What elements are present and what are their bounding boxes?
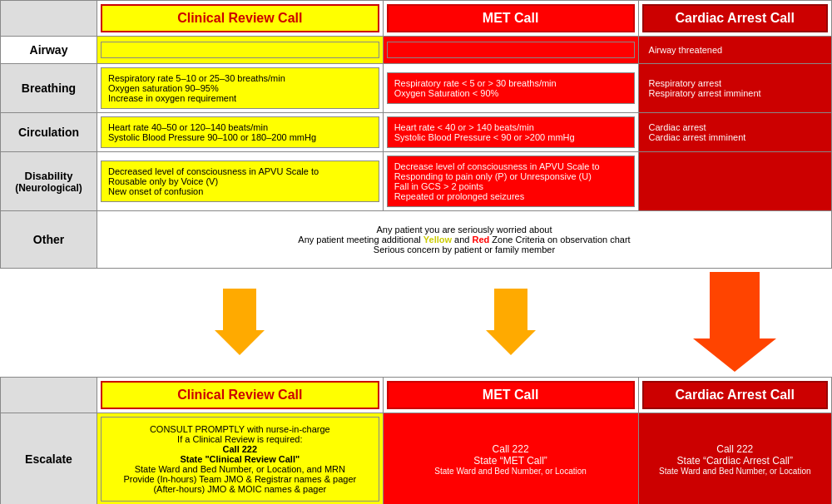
disability-red: Decrease level of consciousness in APVU … bbox=[387, 156, 635, 207]
category-disability: Disability (Neurological) bbox=[1, 152, 97, 211]
clinical-review-header: Clinical Review Call bbox=[101, 4, 379, 32]
breathing-red: Respiratory rate < 5 or > 30 breaths/min… bbox=[387, 72, 635, 104]
breathing-darkred: Respiratory arrest Respiratory arrest im… bbox=[642, 73, 828, 103]
breathing-yellow: Respiratory rate 5–10 or 25–30 breaths/m… bbox=[101, 67, 379, 109]
disability-yellow: Decreased level of consciousness in APVU… bbox=[101, 161, 379, 202]
met-call-header: MET Call bbox=[387, 4, 635, 32]
category-airway: Airway bbox=[1, 37, 97, 64]
arrow-cardiac-arrest bbox=[693, 272, 776, 372]
circulation-darkred: Cardiac arrest Cardiac arrest imminent bbox=[642, 117, 828, 147]
category-circulation: Circulation bbox=[1, 113, 97, 152]
circulation-yellow: Heart rate 40–50 or 120–140 beats/min Sy… bbox=[101, 116, 379, 148]
category-other: Other bbox=[1, 211, 97, 269]
clinical-review-header-2: Clinical Review Call bbox=[101, 381, 379, 409]
category-escalate: Escalate bbox=[1, 413, 97, 505]
escalate-darkred: Call 222 State “Cardiac Arrest Call” Sta… bbox=[642, 435, 828, 484]
circulation-red: Heart rate < 40 or > 140 beats/min Systo… bbox=[387, 116, 635, 148]
cardiac-arrest-header-2: Cardiac Arrest Call bbox=[642, 381, 828, 409]
disability-darkred bbox=[642, 156, 828, 206]
escalate-yellow: CONSULT PROMPTLY with nurse-in-charge If… bbox=[101, 417, 379, 502]
other-combined: Any patient you are seriously worried ab… bbox=[104, 218, 825, 261]
airway-darkred: Airway threatened bbox=[642, 40, 828, 60]
met-call-header-2: MET Call bbox=[387, 381, 635, 409]
airway-yellow bbox=[101, 42, 379, 58]
airway-red bbox=[387, 42, 635, 58]
category-breathing: Breathing bbox=[1, 64, 97, 113]
arrow-met-call bbox=[486, 289, 536, 355]
escalate-red: Call 222 State “MET Call” State Ward and… bbox=[387, 435, 635, 484]
arrow-clinical-review bbox=[215, 289, 265, 355]
cardiac-arrest-header: Cardiac Arrest Call bbox=[642, 4, 828, 32]
